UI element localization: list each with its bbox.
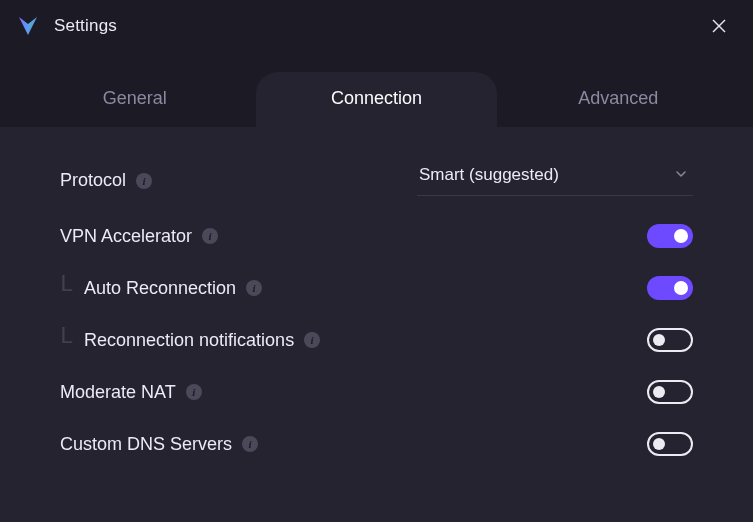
tab-general[interactable]: General: [14, 72, 256, 127]
close-button[interactable]: [705, 12, 733, 40]
info-icon[interactable]: i: [246, 280, 262, 296]
setting-custom-dns-row: Custom DNS Servers i: [60, 418, 693, 470]
close-icon: [711, 18, 727, 34]
auto-reconnection-toggle[interactable]: [647, 276, 693, 300]
protocol-label: Protocol: [60, 170, 126, 191]
vpn-accelerator-toggle[interactable]: [647, 224, 693, 248]
reconnection-notifications-toggle[interactable]: [647, 328, 693, 352]
tab-connection[interactable]: Connection: [256, 72, 498, 127]
app-logo-icon: [16, 14, 40, 38]
custom-dns-toggle[interactable]: [647, 432, 693, 456]
tree-branch-icon: L: [60, 271, 73, 296]
protocol-value: Smart (suggested): [419, 165, 559, 185]
titlebar-left: Settings: [16, 14, 117, 38]
setting-auto-reconnection-row: L Auto Reconnection i: [60, 262, 693, 314]
window-title: Settings: [54, 16, 117, 36]
setting-protocol-row: Protocol i Smart (suggested): [60, 151, 693, 210]
setting-vpn-accelerator-row: VPN Accelerator i: [60, 210, 693, 262]
content-panel: Protocol i Smart (suggested) VPN Acceler…: [0, 127, 753, 522]
setting-moderate-nat-row: Moderate NAT i: [60, 366, 693, 418]
chevron-down-icon: [675, 165, 687, 185]
titlebar: Settings: [0, 0, 753, 52]
moderate-nat-toggle[interactable]: [647, 380, 693, 404]
reconnection-notifications-label: Reconnection notifications: [84, 330, 294, 351]
vpn-accelerator-label: VPN Accelerator: [60, 226, 192, 247]
protocol-dropdown[interactable]: Smart (suggested): [417, 165, 693, 196]
moderate-nat-label: Moderate NAT: [60, 382, 176, 403]
setting-reconnection-notifications-row: L Reconnection notifications i: [60, 314, 693, 366]
info-icon[interactable]: i: [202, 228, 218, 244]
tree-branch-icon: L: [60, 323, 73, 348]
info-icon[interactable]: i: [304, 332, 320, 348]
info-icon[interactable]: i: [242, 436, 258, 452]
tabbar: General Connection Advanced: [0, 72, 753, 127]
custom-dns-label: Custom DNS Servers: [60, 434, 232, 455]
tab-advanced[interactable]: Advanced: [497, 72, 739, 127]
auto-reconnection-label: Auto Reconnection: [84, 278, 236, 299]
info-icon[interactable]: i: [186, 384, 202, 400]
info-icon[interactable]: i: [136, 173, 152, 189]
